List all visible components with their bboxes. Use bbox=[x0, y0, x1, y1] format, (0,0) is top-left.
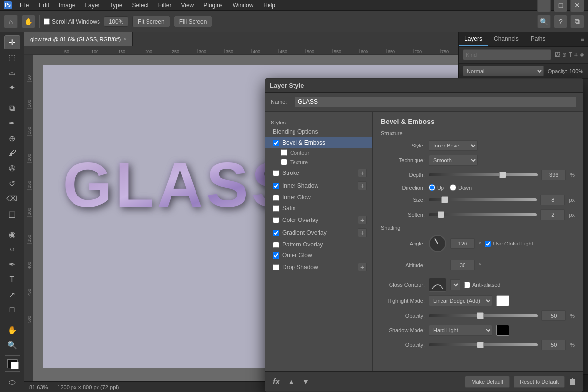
fill-screen-button[interactable]: Fill Screen bbox=[174, 16, 213, 27]
soften-input[interactable] bbox=[540, 209, 565, 220]
shadow-opacity-thumb[interactable] bbox=[477, 342, 484, 348]
tab-layers[interactable]: Layers bbox=[459, 32, 488, 46]
dlg-item-blending-options[interactable]: Blending Options bbox=[265, 126, 372, 137]
menu-filter[interactable]: Filter bbox=[156, 1, 173, 10]
color-overlay-checkbox[interactable] bbox=[273, 217, 279, 223]
eraser-tool[interactable]: ⌫ bbox=[4, 192, 20, 206]
dlg-item-inner-shadow[interactable]: Inner Shadow + bbox=[265, 179, 372, 192]
tab-paths[interactable]: Paths bbox=[525, 32, 552, 46]
dlg-item-stroke[interactable]: Stroke + bbox=[265, 167, 372, 179]
dlg-item-inner-glow[interactable]: Inner Glow bbox=[265, 192, 372, 203]
shadow-opacity-slider[interactable] bbox=[429, 343, 538, 346]
direction-up-radio[interactable] bbox=[429, 184, 435, 191]
close-button[interactable]: ✕ bbox=[570, 0, 584, 12]
highlight-opacity-slider[interactable] bbox=[429, 314, 538, 317]
highlight-color-swatch[interactable] bbox=[496, 295, 509, 306]
dlg-item-bevel-emboss[interactable]: Bevel & Emboss bbox=[265, 137, 372, 148]
lasso-tool[interactable]: ⌓ bbox=[4, 66, 20, 80]
delete-style-icon[interactable]: 🗑 bbox=[569, 377, 577, 386]
shadow-opacity-input[interactable] bbox=[541, 340, 566, 350]
menu-view[interactable]: View bbox=[179, 1, 196, 10]
inner-shadow-add-btn[interactable]: + bbox=[358, 181, 367, 190]
shadow-color-swatch[interactable] bbox=[496, 325, 509, 336]
magic-wand-tool[interactable]: ✦ bbox=[4, 80, 20, 95]
highlight-opacity-thumb[interactable] bbox=[477, 312, 484, 319]
highlight-mode-select[interactable]: Linear Dodge (Add) bbox=[429, 295, 492, 306]
search-icon[interactable]: 🔍 bbox=[537, 15, 551, 28]
gradient-tool[interactable]: ◫ bbox=[4, 207, 20, 221]
layer-search-input[interactable] bbox=[463, 49, 551, 60]
brush-tool[interactable]: 🖌 bbox=[4, 147, 20, 161]
shadow-mode-select[interactable]: Hard Light bbox=[429, 325, 492, 336]
move-down-icon[interactable]: ▼ bbox=[300, 377, 311, 387]
direction-up-label[interactable]: Up bbox=[429, 184, 444, 191]
selection-tool[interactable]: ⬚ bbox=[4, 50, 20, 65]
menu-layer[interactable]: Layer bbox=[83, 1, 101, 10]
zoom-tool[interactable]: 🔍 bbox=[4, 338, 20, 352]
soften-slider-thumb[interactable] bbox=[438, 211, 444, 218]
drop-shadow-add-btn[interactable]: + bbox=[358, 263, 367, 271]
scroll-all-windows-checkbox[interactable]: Scroll All Windows bbox=[44, 18, 100, 25]
contour-checkbox[interactable] bbox=[281, 149, 287, 156]
direction-down-label[interactable]: Down bbox=[450, 184, 472, 191]
menu-select[interactable]: Select bbox=[130, 1, 150, 10]
gradient-overlay-add-btn[interactable]: + bbox=[358, 228, 367, 237]
pattern-overlay-checkbox[interactable] bbox=[273, 242, 279, 248]
color-overlay-add-btn[interactable]: + bbox=[358, 216, 367, 224]
blur-tool[interactable]: ◉ bbox=[4, 227, 20, 242]
layer-style-dialog[interactable]: Layer Style Name: Styles Blending Option… bbox=[265, 78, 583, 392]
angle-dial[interactable] bbox=[429, 235, 446, 252]
dlg-item-outer-glow[interactable]: Outer Glow bbox=[265, 250, 372, 261]
size-slider[interactable] bbox=[429, 198, 537, 201]
size-input[interactable] bbox=[540, 195, 565, 205]
panel-menu-icon[interactable]: ≡ bbox=[577, 34, 588, 45]
menu-help[interactable]: Help bbox=[261, 1, 277, 10]
depth-slider-thumb[interactable] bbox=[499, 172, 506, 178]
eyedropper-tool[interactable]: ✒ bbox=[4, 116, 20, 130]
dlg-item-drop-shadow[interactable]: Drop Shadow + bbox=[265, 261, 372, 273]
hand-tool-btn[interactable]: ✋ bbox=[22, 15, 35, 28]
highlight-opacity-input[interactable] bbox=[541, 310, 566, 321]
dlg-item-color-overlay[interactable]: Color Overlay + bbox=[265, 214, 372, 226]
crop-tool[interactable]: ⧉ bbox=[4, 101, 20, 115]
document-tab[interactable]: glow text @ 81.6% (GLASS, RGB/8#) × bbox=[24, 32, 133, 46]
gloss-contour-preview[interactable] bbox=[429, 278, 446, 292]
use-global-light-label[interactable]: Use Global Light bbox=[485, 241, 533, 247]
style-select[interactable]: Inner Bevel bbox=[429, 140, 478, 151]
use-global-light-checkbox[interactable] bbox=[485, 241, 491, 247]
move-tool[interactable]: ✛ bbox=[4, 35, 20, 49]
text-tool[interactable]: T bbox=[4, 272, 20, 287]
outer-glow-checkbox[interactable] bbox=[273, 252, 279, 259]
gradient-overlay-checkbox[interactable] bbox=[273, 230, 279, 236]
foreground-color[interactable] bbox=[7, 359, 18, 368]
menu-type[interactable]: Type bbox=[107, 1, 124, 10]
edit-quick-mask[interactable]: ⬭ bbox=[4, 375, 20, 389]
drop-shadow-checkbox[interactable] bbox=[273, 264, 279, 270]
satin-checkbox[interactable] bbox=[273, 205, 279, 212]
menu-file[interactable]: File bbox=[18, 1, 31, 10]
bevel-emboss-checkbox[interactable] bbox=[273, 140, 279, 146]
inner-shadow-checkbox[interactable] bbox=[273, 183, 279, 189]
dlg-item-satin[interactable]: Satin bbox=[265, 203, 372, 214]
history-brush[interactable]: ↺ bbox=[4, 176, 20, 191]
inner-glow-checkbox[interactable] bbox=[273, 195, 279, 201]
blend-mode-select[interactable]: Normal bbox=[463, 66, 544, 76]
menu-image[interactable]: Image bbox=[57, 1, 77, 10]
reset-to-default-button[interactable]: Reset to Default bbox=[514, 376, 565, 388]
tab-close-icon[interactable]: × bbox=[123, 36, 126, 42]
minimize-button[interactable]: — bbox=[537, 0, 551, 12]
filter-icon-3[interactable]: T bbox=[569, 51, 572, 58]
soften-slider[interactable] bbox=[429, 213, 537, 216]
menu-edit[interactable]: Edit bbox=[37, 1, 51, 10]
hand-tool[interactable]: ✋ bbox=[4, 323, 20, 338]
angle-input[interactable] bbox=[450, 238, 475, 249]
depth-slider[interactable] bbox=[429, 173, 538, 176]
fit-screen-button[interactable]: Fit Screen bbox=[132, 16, 170, 27]
help-icon[interactable]: ? bbox=[554, 15, 567, 28]
altitude-input[interactable] bbox=[450, 260, 475, 270]
gloss-contour-select[interactable]: ▾ bbox=[450, 279, 460, 290]
maximize-button[interactable]: □ bbox=[554, 0, 567, 12]
texture-checkbox[interactable] bbox=[281, 159, 287, 165]
direction-down-radio[interactable] bbox=[450, 184, 456, 191]
pen-tool[interactable]: ✒ bbox=[4, 257, 20, 271]
